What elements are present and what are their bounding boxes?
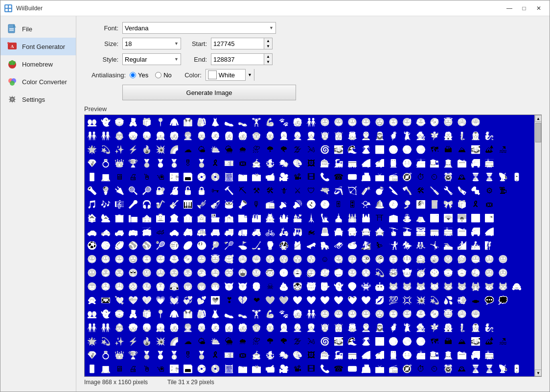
antialias-yes-option[interactable]: Yes [130, 71, 148, 79]
icon-cell: 🎙 [250, 198, 263, 211]
icon-cell: 🔫 [318, 184, 332, 198]
icon-cell: 🤓 [455, 266, 469, 280]
icon-cell: 🌌 [373, 143, 387, 157]
icon-cell: 🎫 [222, 157, 236, 170]
icon-cell: 📷 [236, 362, 250, 376]
homebrew-icon [6, 58, 18, 70]
size-select[interactable]: 18 [122, 38, 181, 49]
icon-cell: 🛹 [304, 239, 318, 253]
icon-cell: 🗺 [428, 335, 441, 348]
icon-cell: 🎅 [373, 129, 387, 143]
preview-scrollbar[interactable]: ▲ ▼ [534, 115, 541, 376]
icon-cell: 🏕 [482, 143, 496, 157]
icon-cell: 🏀 [99, 239, 113, 253]
antialias-yes-radio[interactable] [130, 72, 136, 78]
icon-cell: 🤕 [263, 266, 277, 280]
icon-cell: 😇 [208, 253, 222, 266]
icon-cell: 🧭 [400, 362, 414, 376]
sidebar-label-color-converter: Color Converter [22, 78, 67, 86]
color-dropdown-button[interactable]: ▼ [245, 69, 254, 81]
icon-cell: 🚆 [387, 348, 400, 362]
minimize-button[interactable]: — [503, 3, 516, 14]
scroll-track[interactable] [535, 122, 541, 369]
icon-cell: 😹 [414, 280, 428, 294]
sidebar-item-homebrew[interactable]: Homebrew [0, 55, 76, 73]
icon-cell: 🧓 [236, 321, 250, 335]
icon-cell: 🧞 [482, 321, 496, 335]
scroll-thumb[interactable] [535, 123, 541, 142]
icon-cell: ⛏ [236, 184, 250, 198]
icon-cell: 🖥 [113, 170, 126, 184]
icon-cell: 🏂 [359, 239, 373, 253]
icon-cell: 💣 [373, 184, 387, 198]
icon-cell: 😭 [154, 280, 167, 294]
icon-cell: 😖 [85, 280, 99, 294]
antialias-no-radio[interactable] [155, 72, 161, 78]
sidebar-item-file[interactable]: File [0, 20, 76, 38]
icon-cell: 🧑 [167, 321, 181, 335]
icon-cell: 👼 [345, 129, 359, 143]
icon-cell: 🤭 [428, 253, 441, 266]
generate-image-button[interactable]: Generate Image [122, 85, 296, 100]
icon-cell: 💪 [263, 115, 277, 129]
sidebar-item-color-converter[interactable]: Color Converter [0, 73, 76, 91]
color-converter-icon [6, 76, 18, 88]
svg-rect-2 [5, 9, 8, 11]
scroll-down-button[interactable]: ▼ [535, 369, 542, 376]
start-increment[interactable]: ▲ [264, 38, 272, 44]
icon-cell: 🌈 [167, 143, 181, 157]
icon-cell: 🔏 [167, 376, 181, 376]
preview-container[interactable]: 👥👻😎🧸🎁📍🧥👔🎒👗🥿👡🏋💪🐾🧑👬😊😀😃😄😁😆😅😂🤣😇😍🤩👫👭👶🧒👦👧🧑👱👨🧔👩… [84, 115, 542, 377]
icon-cell: 🥰 [222, 253, 236, 266]
icon-cell: 🔉 [277, 198, 291, 211]
icon-cell: 📱 [85, 362, 99, 376]
icon-cell: 😸 [400, 280, 414, 294]
icon-cell: 😃 [99, 253, 113, 266]
icon-cell: 🪓 [400, 376, 414, 376]
preview-section: Preview 👥👻😎🧸🎁📍🧥👔🎒👗🥿👡🏋💪🐾🧑👬😊😀😃😄😁😆😅😂🤣😇😍🤩👫👭👶… [84, 105, 542, 386]
icon-cell: 🤯 [387, 266, 400, 280]
icon-cell: 🚕 [99, 225, 113, 239]
scroll-up-button[interactable]: ▲ [535, 115, 542, 122]
emoji-row: 💎💍👑🏆🥇🥈🥉🎖🏅🎗🎫🎟🎪🤹🎭🎨🖼🎰🚂🚃🚄🚅🚆🚇🚈🚉🚊🚞🚝🚋 [85, 157, 534, 170]
icon-cell: 🤤 [208, 266, 222, 280]
icon-cell: ⏲ [428, 362, 441, 376]
icon-cell: 🏖 [496, 143, 510, 157]
icon-cell: 🏸 [222, 239, 236, 253]
icon-cell: 🧔 [208, 129, 222, 143]
sidebar-item-font-generator[interactable]: A Font Generator [0, 38, 76, 55]
icon-cell: 💫 [99, 335, 113, 348]
maximize-button[interactable]: □ [517, 3, 531, 14]
icon-cell: 🌤 [195, 335, 208, 348]
end-input[interactable]: 128837 [211, 53, 264, 65]
end-decrement[interactable]: ▼ [264, 59, 272, 65]
icon-cell: 🎼 [113, 198, 126, 211]
end-increment[interactable]: ▲ [264, 54, 272, 59]
icon-cell: 🎟 [236, 157, 250, 170]
icon-cell: 🚎 [140, 225, 154, 239]
settings-icon [6, 93, 18, 105]
icon-cell: 🔩 [469, 376, 482, 376]
icon-cell: 😙 [291, 253, 304, 266]
icon-cell: 🌏 [414, 143, 428, 157]
style-select[interactable]: Regular Bold Italic Bold Italic [122, 53, 181, 65]
icon-cell: 🔎 [140, 184, 154, 198]
icon-cell: 🥸 [428, 266, 441, 280]
font-select[interactable]: Verdana [122, 22, 276, 34]
close-button[interactable]: ✕ [532, 3, 546, 14]
start-input[interactable]: 127745 [211, 38, 264, 49]
icon-cell: 🥈 [154, 348, 167, 362]
sidebar-item-settings[interactable]: Settings [0, 91, 76, 108]
icon-cell: 🚃 [345, 348, 359, 362]
icon-cell: 🗽 [318, 211, 332, 225]
icon-cell: 💡 [99, 376, 113, 376]
icon-cell: 🚆 [387, 157, 400, 170]
antialias-no-option[interactable]: No [155, 71, 172, 79]
icon-cell: 💎 [85, 157, 99, 170]
icon-cell: 👔 [181, 115, 195, 129]
icon-cell: 🧕 [277, 129, 291, 143]
icon-cell: ⛰ [455, 335, 469, 348]
icon-cell: ⛺ [414, 211, 428, 225]
icon-cell: ⏱ [414, 362, 428, 376]
start-decrement[interactable]: ▼ [264, 44, 272, 49]
